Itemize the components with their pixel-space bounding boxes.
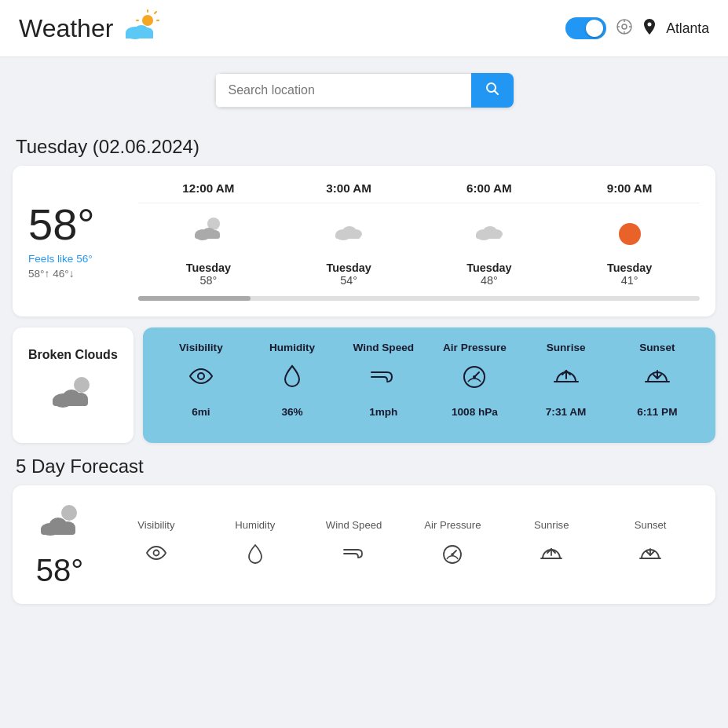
main-content: Tuesday (02.06.2024) 58° Feels like 56° … (0, 123, 728, 620)
wind-icon (370, 364, 397, 390)
temp-high: 58° (28, 268, 45, 280)
svg-rect-29 (335, 233, 360, 239)
sunrise-icon-col (521, 364, 612, 395)
forecast-wind-label: Wind Speed (305, 519, 403, 531)
visibility-icon-col (155, 364, 247, 395)
stats-values-row: 6mi 36% 1mph 1008 hPa 7:31 AM 6:11 PM (155, 406, 703, 418)
condition-card: Broken Clouds (13, 327, 134, 443)
svg-point-48 (61, 505, 77, 521)
sunrise-value-col: 7:31 AM (521, 406, 612, 418)
visibility-icon (188, 364, 214, 390)
day-temp-0: Tuesday 58° (138, 262, 279, 287)
wind-speed-label: Wind Speed (353, 342, 414, 353)
svg-rect-39 (53, 398, 88, 406)
hour-icon-0 (138, 214, 279, 254)
current-temperature: 58° (28, 203, 138, 247)
forecast-day-icon (35, 501, 86, 553)
svg-point-43 (473, 375, 476, 379)
svg-point-18 (648, 22, 652, 26)
sunset-icon-col (612, 364, 703, 395)
header-left: Weather (19, 9, 162, 47)
humidity-icon (284, 364, 301, 393)
app-title: Weather (19, 14, 113, 43)
time-3: 9:00 AM (559, 181, 700, 195)
time-0: 12:00 AM (138, 181, 279, 195)
sunrise-value: 7:31 AM (546, 406, 587, 418)
condition-icon (46, 372, 101, 423)
forecast-temp: 58° (36, 553, 84, 588)
temp-low: 46° (53, 268, 69, 280)
stat-col-sunset: Sunset (612, 342, 703, 353)
forecast-wind-icon (305, 543, 403, 570)
visibility-value-col: 6mi (155, 406, 247, 418)
location-name: Atlanta (666, 20, 709, 37)
pressure-value: 1008 hPa (452, 406, 498, 418)
time-1: 3:00 AM (279, 181, 419, 195)
pressure-icon-col (430, 364, 521, 395)
svg-point-40 (198, 373, 204, 379)
wind-icon-col (338, 364, 429, 395)
svg-point-0 (142, 15, 153, 26)
forecast-visibility-label: Visibility (107, 519, 205, 531)
search-section (0, 57, 728, 123)
stat-col-sunrise: Sunrise (521, 342, 612, 353)
sunset-value-col: 6:11 PM (612, 406, 703, 418)
svg-point-13 (622, 24, 627, 29)
forecast-stats-header: Visibility Humidity Wind Speed Air Press… (107, 519, 700, 531)
day-temp-3: Tuesday 41° (559, 262, 700, 287)
svg-rect-33 (476, 233, 501, 239)
toggle-switch[interactable] (565, 17, 606, 39)
humidity-value-col: 36% (247, 406, 338, 418)
icon-row (138, 203, 700, 262)
progress-row (138, 296, 700, 301)
sunrise-label: Sunrise (547, 342, 586, 353)
forecast-humidity-label: Humidity (206, 519, 304, 531)
humidity-value: 36% (281, 406, 302, 418)
current-temp-section: 58° Feels like 56° 58°↑ 46°↓ (28, 181, 138, 301)
hour-icon-1 (279, 214, 419, 254)
visibility-value: 6mi (192, 406, 210, 418)
day-label: Tuesday (02.06.2024) (13, 123, 715, 166)
humidity-icon-col (247, 364, 338, 395)
stat-col-visibility: Visibility (155, 342, 247, 353)
time-row: 12:00 AM 3:00 AM 6:00 AM 9:00 AM (138, 181, 700, 203)
svg-rect-11 (126, 34, 153, 38)
stat-col-wind: Wind Speed (338, 342, 429, 353)
hourly-card: 58° Feels like 56° 58°↑ 46°↓ 12:00 AM 3:… (13, 166, 715, 316)
condition-label: Broken Clouds (28, 347, 118, 364)
visibility-label: Visibility (179, 342, 223, 353)
sunset-label: Sunset (639, 342, 675, 353)
forecast-visibility-icon (107, 543, 205, 570)
forecast-title: 5 Day Forecast (13, 443, 715, 485)
forecast-pressure-icon (404, 543, 502, 570)
day-temp-row: Tuesday 58° Tuesday 54° Tuesday 48° Tues… (138, 262, 700, 287)
svg-point-53 (153, 551, 159, 556)
hourly-slots: 12:00 AM 3:00 AM 6:00 AM 9:00 AM (138, 181, 700, 301)
hour-icon-3 (559, 214, 700, 254)
sunset-icon (644, 364, 671, 393)
search-button[interactable] (471, 73, 514, 108)
svg-rect-25 (195, 233, 220, 239)
location-pin-icon (642, 18, 657, 39)
gps-icon (616, 18, 633, 39)
time-2: 6:00 AM (419, 181, 560, 195)
forecast-pressure-label: Air Pressure (404, 519, 502, 531)
forecast-icon-section: 58° (28, 501, 91, 588)
cloud-sun-icon (121, 9, 162, 47)
wind-value: 1mph (369, 406, 397, 418)
svg-line-20 (494, 90, 498, 94)
details-row: Broken Clouds Visibility Humidity (13, 327, 715, 443)
forecast-sunset-label: Sunset (601, 519, 699, 531)
stats-card: Visibility Humidity Wind Speed Air Press… (143, 327, 715, 443)
stat-col-pressure: Air Pressure (430, 342, 521, 353)
svg-point-35 (74, 377, 90, 393)
sunrise-icon (553, 364, 580, 393)
forecast-stats-section: Visibility Humidity Wind Speed Air Press… (107, 519, 700, 570)
feels-like: Feels like 56° (28, 253, 138, 265)
day-temp-2: Tuesday 48° (419, 262, 560, 287)
air-pressure-label: Air Pressure (443, 342, 507, 353)
stats-icons-row (155, 364, 703, 395)
toggle-knob (586, 20, 603, 37)
svg-rect-52 (41, 527, 75, 535)
search-input[interactable] (215, 73, 471, 108)
